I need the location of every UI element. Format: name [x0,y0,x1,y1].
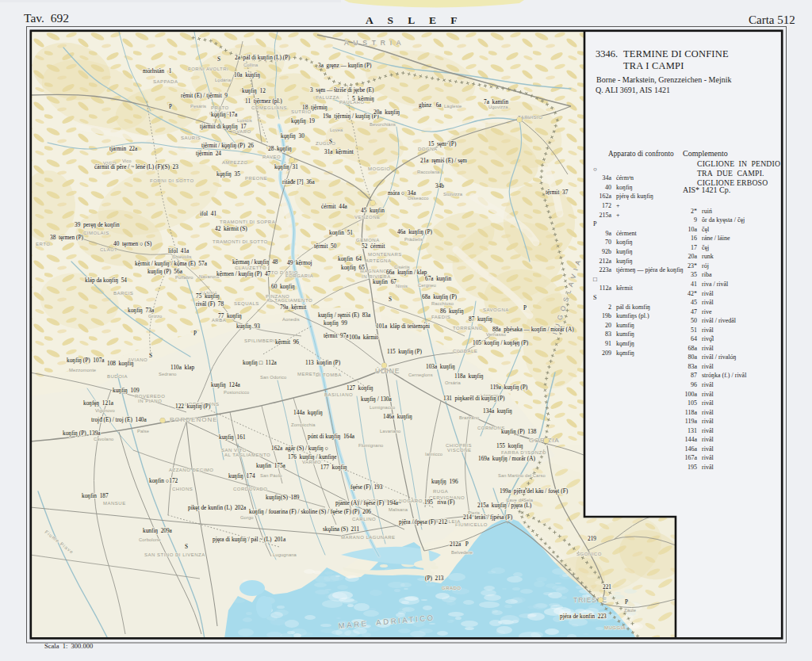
svg-text:Apparato di confronto: Apparato di confronto [608,150,674,158]
svg-text:A S L E F: A S L E F [366,14,463,26]
svg-text:ćérmᵊn: ćérmᵊn [616,174,634,181]
svg-text:čęl: čęl [702,226,710,233]
svg-text:SAPPADA: SAPPADA [153,79,178,84]
svg-text:SGONICO: SGONICO [576,552,602,556]
svg-text:146a: 146a [684,445,697,453]
svg-text:kuŋfin 67: kuŋfin 67 [373,278,396,285]
svg-text:40: 40 [605,184,611,191]
svg-text:34a: 34a [602,174,611,181]
svg-text:TRA I CAMPI: TRA I CAMPI [623,60,684,71]
svg-text:□: □ [593,276,597,283]
svg-text:9a: 9a [605,230,611,237]
svg-text:Cavolano: Cavolano [94,437,113,441]
svg-text:GRADO: GRADO [442,586,462,590]
svg-text:SAN STINO DI LIVENZA: SAN STINO DI LIVENZA [144,552,205,557]
svg-text:ćérment: ćérment [616,230,638,237]
svg-text:kǫŋfiŋ 31: kǫŋfiŋ 31 [274,163,298,170]
svg-text:Gorgo: Gorgo [240,515,254,520]
svg-text:kuŋfiŋ (P) 56a: kuŋfiŋ (P) 56a [147,268,183,275]
svg-text:ZUGLIO: ZUGLIO [316,141,335,146]
svg-text:77 koŋfiŋ: 77 koŋfiŋ [218,312,242,319]
svg-text:115 kuŋfiŋ (P): 115 kuŋfiŋ (P) [387,348,423,355]
svg-text:FORNI AVOLTRI: FORNI AVOLTRI [188,67,228,71]
svg-text:kǫŋfiŋ 35: kǫŋfiŋ 35 [216,170,240,178]
svg-text:Làglesie: Làglesie [444,104,462,109]
svg-text:rivâl / rivedâl: rivâl / rivedâl [702,317,737,324]
svg-text:fęése (F) 193: fęése (F) 193 [350,483,383,491]
svg-text:Cergneu: Cergneu [418,283,436,288]
svg-text:kuŋfiŋ: kuŋfiŋ [616,258,633,265]
svg-text:PORDENONE: PORDENONE [170,416,218,423]
svg-text:VISCONE: VISCONE [447,448,472,453]
svg-text:Ialmicco: Ialmicco [425,452,442,457]
svg-text:Complemento: Complemento [683,149,728,158]
svg-text:móra ○ 34a: móra ○ 34a [388,189,416,197]
svg-text:TORREANO: TORREANO [453,326,483,330]
svg-text:50: 50 [691,317,697,324]
svg-text:67a kuŋfin: 67a kuŋfin [425,275,452,282]
svg-text:ćérmit 44a: ćérmit 44a [321,203,348,210]
svg-text:Sedrano: Sedrano [159,372,177,376]
svg-text:kuŋfiŋ 161: kuŋfiŋ 161 [219,434,246,441]
svg-text:17: 17 [691,244,697,251]
svg-text:SEQUALS: SEQUALS [234,301,259,306]
svg-text:tjármit di kǫŋfiŋ 17: tjármit di kǫŋfiŋ 17 [200,123,247,130]
svg-text:stróŋka (f.) / rivâl: stróŋka (f.) / rivâl [702,372,747,379]
svg-text:ráne / láine: ráne / láine [702,235,730,242]
svg-text:70: 70 [605,239,611,246]
svg-text:60 koŋfiŋ: 60 koŋfiŋ [271,283,295,290]
svg-text:mörhstàn 1: mörhstàn 1 [143,67,172,75]
svg-text:BARCIS: BARCIS [113,291,133,296]
svg-text:Bevorchiàns: Bevorchiàns [370,122,396,127]
svg-text:+: + [616,202,620,209]
svg-text:46a kuŋfiŋ (P): 46a kuŋfiŋ (P) [397,228,432,235]
svg-text:tjérmeŋ — pjéra de koŋfiŋ: tjérmeŋ — pjéra de koŋfiŋ [616,266,684,273]
svg-text:MONTENARS: MONTENARS [368,252,402,257]
svg-text:118a: 118a [685,409,698,416]
svg-text:47: 47 [691,308,697,315]
svg-text:AIS* 1421 Cp.: AIS* 1421 Cp. [683,185,730,194]
svg-text:131 piŋkarêl di kuŋfiŋ (P): 131 piŋkarêl di kuŋfiŋ (P) [443,395,505,402]
svg-text:AMPEZZO: AMPEZZO [222,160,248,165]
svg-text:195 riva (F): 195 riva (F) [424,499,455,506]
svg-text:kệrmaŋ / kuŋfiŋ 48: kệrmaŋ / kuŋfiŋ 48 [232,258,278,266]
svg-text:ôr da kyęsta / čęj: ôr da kyęsta / čęj [702,216,745,224]
svg-text:koŋfiŋ 73a: koŋfiŋ 73a [128,307,155,314]
svg-text:131: 131 [688,427,697,434]
svg-text:2*: 2* [691,208,697,215]
svg-text:koŋfin ○172: koŋfin ○172 [149,477,178,484]
svg-text:49 kệrmoj: 49 kệrmoj [287,259,312,266]
svg-text:S: S [217,55,220,63]
svg-text:koŋfęŋ 121a: koŋfęŋ 121a [83,399,114,407]
svg-text:45 kuŋfin: 45 kuŋfin [361,207,385,214]
svg-text:rivâl: rivâl [702,391,714,398]
svg-text:3346.: 3346. [596,48,618,59]
svg-text:kuŋfiŋ 124a: kuŋfiŋ 124a [211,381,241,388]
svg-text:MARANO LAGUNARE: MARANO LAGUNARE [341,535,396,540]
svg-text:Tav. 692: Tav. 692 [24,11,69,25]
svg-text:86 kuŋfiŋ: 86 kuŋfiŋ [440,308,464,315]
svg-text:108 koŋfiŋ: 108 koŋfiŋ [107,360,134,367]
svg-text:9: 9 [694,216,697,224]
svg-text:215a kuŋfiŋ / pjęra (L): 215a kuŋfiŋ / pjęra (L) [477,502,532,509]
svg-text:103a kuŋfiŋ: 103a kuŋfiŋ [426,363,455,370]
svg-text:42*: 42* [688,290,697,297]
svg-text:rivâl: rivâl [702,381,714,388]
svg-text:PRATO: PRATO [211,105,229,110]
svg-text:kuŋfjŋ 196: kuŋfjŋ 196 [431,478,458,485]
svg-text:koŋfiŋ □ 112a: koŋfiŋ □ 112a [243,359,278,366]
svg-text:Zàule: Zàule [624,608,636,613]
svg-text:S: S [389,296,392,303]
svg-text:100a: 100a [684,391,697,398]
svg-text:Raccolana: Raccolana [417,170,440,174]
svg-text:92b: 92b [602,248,611,255]
svg-text:koŋfiŋ: koŋfiŋ [616,239,633,246]
svg-text:kuŋfiŋ 12: kuŋfiŋ 12 [242,87,266,94]
svg-text:runk: runk [702,253,714,260]
svg-text:Lumignacco: Lumignacco [370,405,395,410]
svg-text:rivâl: rivâl [702,299,714,306]
svg-text:kuŋfiŋ / 130a: kuŋfiŋ / 130a [361,395,393,403]
svg-text:kuŋfiŋ: kuŋfiŋ [616,248,633,255]
svg-text:AZZANO DECIMO: AZZANO DECIMO [169,468,214,472]
svg-text:TRAMONTI DI SOPRA: TRAMONTI DI SOPRA [220,220,275,224]
